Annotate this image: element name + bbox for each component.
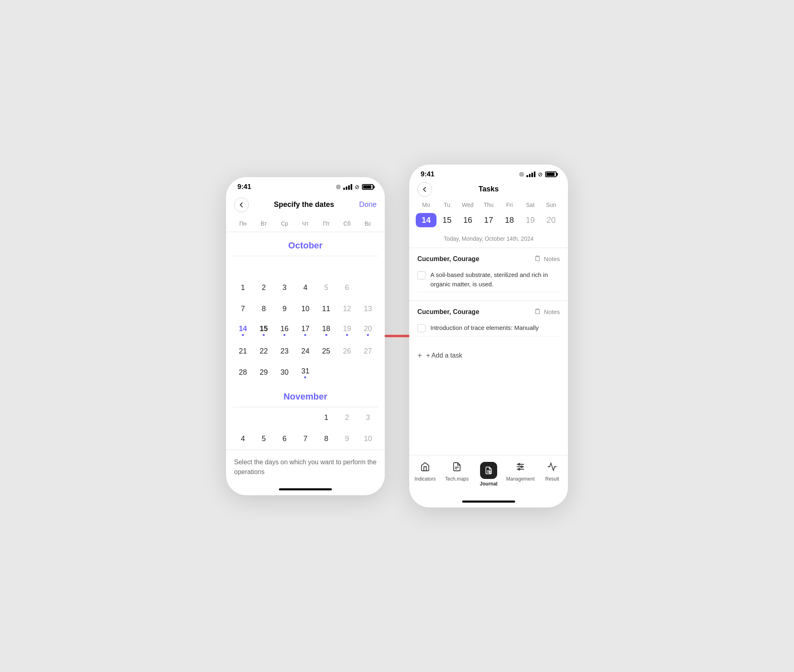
nav-label-management: Management <box>506 476 535 482</box>
cal-day[interactable] <box>274 407 295 428</box>
week-days-header: Mo Tu Wed Thu Fri Sat Sun <box>416 200 562 210</box>
cal-day[interactable]: 22 <box>253 341 274 362</box>
cal-day[interactable]: 10 <box>358 428 378 450</box>
cal-day[interactable] <box>358 256 378 277</box>
document-icon <box>452 462 462 474</box>
day-header-sat: Сб <box>337 219 358 228</box>
cal-day[interactable]: 5 <box>253 428 274 450</box>
week-num-17[interactable]: 17 <box>478 213 499 227</box>
cal-day-today[interactable]: 14 <box>232 320 253 341</box>
week-num-20[interactable]: 20 <box>541 213 562 227</box>
cal-day[interactable] <box>253 256 274 277</box>
cal-day[interactable] <box>295 256 316 277</box>
task-group-title-1: Cucumber, Courage <box>417 255 479 263</box>
cal-day[interactable]: 3 <box>274 277 295 299</box>
day-header-tue: Вт <box>253 219 274 228</box>
cal-day[interactable]: 5 <box>316 277 337 299</box>
cal-day[interactable]: 10 <box>295 299 316 320</box>
nav-item-journal[interactable]: Journal <box>473 459 504 489</box>
status-bar-right: 9:41 ⊘ <box>409 165 568 182</box>
cal-day[interactable]: 18 <box>316 320 337 341</box>
cal-day[interactable] <box>316 256 337 277</box>
cal-day[interactable] <box>232 407 253 428</box>
cal-day[interactable]: 7 <box>232 299 253 320</box>
wday-mo: Mo <box>416 200 436 210</box>
cal-day[interactable]: 17 <box>295 320 316 341</box>
nav-label-result: Result <box>545 476 559 482</box>
cal-day[interactable]: 1 <box>232 277 253 299</box>
week-num-18[interactable]: 18 <box>499 213 520 227</box>
cal-day[interactable] <box>358 362 378 383</box>
cal-day[interactable] <box>337 256 358 277</box>
cal-day[interactable]: 15 <box>253 320 274 341</box>
cal-day[interactable]: 6 <box>274 428 295 450</box>
cal-day[interactable]: 12 <box>337 299 358 320</box>
nav-header-right: Tasks <box>409 182 568 200</box>
status-bar-left: 9:41 ⊘ <box>226 177 385 194</box>
task-item-1: A soil-based substrate, sterilized and r… <box>417 267 560 292</box>
nav-item-indicators[interactable]: Indicators <box>409 459 441 489</box>
cal-day[interactable]: 7 <box>295 428 316 450</box>
cal-day[interactable] <box>316 362 337 383</box>
cal-day[interactable]: 24 <box>295 341 316 362</box>
cal-day[interactable]: 30 <box>274 362 295 383</box>
cal-day[interactable]: 28 <box>232 362 253 383</box>
cal-day[interactable] <box>295 407 316 428</box>
cal-day[interactable]: 3 <box>358 407 378 428</box>
cal-day[interactable]: 11 <box>316 299 337 320</box>
cal-day[interactable]: 4 <box>295 277 316 299</box>
cal-day[interactable]: 26 <box>337 341 358 362</box>
cal-day[interactable]: 8 <box>253 299 274 320</box>
week-num-15[interactable]: 15 <box>436 213 457 227</box>
task-checkbox-1[interactable] <box>417 271 426 279</box>
day-header-fri: Пт <box>316 219 337 228</box>
task-item-2: Introduction of trace elements: Manually <box>417 320 560 336</box>
cal-day[interactable]: 9 <box>274 299 295 320</box>
cal-day[interactable]: 25 <box>316 341 337 362</box>
cal-day[interactable]: 9 <box>337 428 358 450</box>
cal-day[interactable] <box>337 362 358 383</box>
cal-day[interactable]: 29 <box>253 362 274 383</box>
task-checkbox-2[interactable] <box>417 324 426 332</box>
nav-item-techmaps[interactable]: Tech.maps <box>441 459 473 489</box>
cal-day[interactable] <box>232 256 253 277</box>
content-spacer <box>409 373 568 455</box>
november-grid: 1 2 3 4 5 6 7 8 9 10 <box>232 407 378 450</box>
cal-day[interactable]: 21 <box>232 341 253 362</box>
battery-icon-right <box>545 171 557 177</box>
nav-item-management[interactable]: Management <box>504 459 536 489</box>
cal-day[interactable] <box>358 277 378 299</box>
cal-day[interactable]: 20 <box>358 320 378 341</box>
add-task-button[interactable]: + + Add a task <box>417 345 560 367</box>
cal-day[interactable]: 27 <box>358 341 378 362</box>
back-button-right[interactable] <box>417 182 432 197</box>
cal-day[interactable]: 2 <box>337 407 358 428</box>
cal-day[interactable]: 1 <box>316 407 337 428</box>
done-button[interactable]: Done <box>359 200 377 209</box>
cal-day[interactable]: 31 <box>295 362 316 383</box>
cal-day[interactable] <box>253 407 274 428</box>
nav-item-result[interactable]: Result <box>536 459 568 489</box>
cal-day[interactable]: 2 <box>253 277 274 299</box>
notes-button-2[interactable]: 🗒 Notes <box>534 307 560 316</box>
cal-day[interactable]: 16 <box>274 320 295 341</box>
cal-day[interactable]: 23 <box>274 341 295 362</box>
cal-day[interactable]: 19 <box>337 320 358 341</box>
cal-day[interactable]: 6 <box>337 277 358 299</box>
result-icon <box>547 462 557 474</box>
cal-day[interactable]: 8 <box>316 428 337 450</box>
task-group-header-2: Cucumber, Courage 🗒 Notes <box>417 307 560 316</box>
wday-fri: Fri <box>499 200 520 210</box>
bottom-nav: Indicators Tech.maps <box>409 455 568 501</box>
cal-day[interactable]: 4 <box>232 428 253 450</box>
cal-day[interactable] <box>274 256 295 277</box>
back-button-left[interactable] <box>234 198 249 212</box>
week-num-16[interactable]: 16 <box>457 213 478 227</box>
cal-day[interactable]: 13 <box>358 299 378 320</box>
wday-sat: Sat <box>520 200 541 210</box>
week-num-19[interactable]: 19 <box>520 213 541 227</box>
camera-dot-left <box>336 184 341 189</box>
week-num-14[interactable]: 14 <box>416 213 436 227</box>
notes-button-1[interactable]: 🗒 Notes <box>534 255 560 263</box>
today-label: Today, Monday, October 14th, 2024 <box>416 232 562 248</box>
